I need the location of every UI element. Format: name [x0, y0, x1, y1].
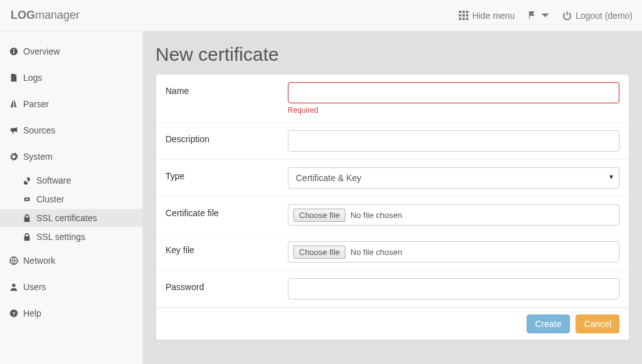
sidebar-item-label: Help: [23, 308, 41, 318]
brand-rest: manager: [35, 9, 80, 21]
label-type: Type: [166, 167, 288, 181]
sidebar-sub-ssl-settings[interactable]: SSL settings: [0, 228, 142, 246]
sidebar-item-label: System: [23, 152, 53, 162]
password-input[interactable]: [288, 278, 619, 299]
sidebar-item-label: Parser: [23, 99, 49, 109]
certfile-input[interactable]: Choose file No file chosen: [288, 204, 619, 226]
topbar: LOGmanager Hide menu Logout (demo): [0, 0, 642, 31]
type-select[interactable]: Certificate & Key: [288, 167, 619, 189]
keyfile-button[interactable]: Choose file: [293, 246, 345, 259]
topbar-right: Hide menu Logout (demo): [459, 11, 633, 21]
create-button[interactable]: Create: [527, 315, 569, 333]
row-certfile: Certificate file Choose file No file cho…: [156, 197, 629, 234]
lock-icon: [23, 232, 31, 241]
row-description: Description: [156, 123, 629, 160]
svg-rect-10: [13, 51, 14, 53]
label-description: Description: [166, 130, 288, 144]
svg-rect-0: [459, 11, 461, 13]
sidebar-item-network[interactable]: Network: [0, 249, 142, 272]
svg-rect-5: [466, 14, 468, 17]
user-icon: [9, 283, 18, 291]
keyfile-input[interactable]: Choose file No file chosen: [288, 241, 619, 263]
svg-rect-4: [463, 14, 465, 17]
link-icon: [23, 176, 31, 185]
sidebar-item-logs[interactable]: Logs: [0, 66, 142, 89]
question-icon: ?: [9, 309, 18, 318]
row-name: Name Required: [156, 75, 629, 123]
sidebar-sub-label: Cluster: [36, 194, 64, 204]
hide-menu-label: Hide menu: [472, 11, 515, 21]
info-icon: [9, 47, 18, 56]
label-password: Password: [166, 278, 288, 292]
svg-rect-8: [466, 18, 468, 20]
content: New certificate Name Required Descriptio…: [143, 31, 642, 364]
caret-down-icon: [540, 11, 550, 20]
sidebar-item-sources[interactable]: Sources: [0, 119, 142, 142]
svg-rect-2: [466, 11, 468, 13]
sidebar-item-help[interactable]: ? Help: [0, 302, 142, 325]
logout-label: Logout (demo): [576, 11, 633, 21]
sidebar-item-label: Logs: [23, 73, 42, 83]
keyfile-status: No file chosen: [350, 247, 402, 257]
name-error: Required: [288, 106, 619, 115]
lock-icon: [23, 214, 31, 222]
svg-text:?: ?: [12, 311, 15, 317]
flag-icon: [527, 11, 537, 20]
sidebar-sub-software[interactable]: Software: [0, 172, 142, 189]
brand: LOGmanager: [9, 9, 80, 22]
svg-point-11: [13, 49, 14, 50]
sidebar-item-label: Network: [23, 256, 55, 266]
sidebar-sub-cluster[interactable]: Cluster: [0, 190, 142, 208]
file-icon: [9, 73, 18, 82]
row-type: Type Certificate & Key: [156, 160, 629, 197]
label-name: Name: [166, 82, 288, 96]
grid-icon: [459, 11, 468, 20]
svg-point-13: [12, 284, 15, 287]
flag-dropdown[interactable]: [527, 11, 550, 20]
row-keyfile: Key file Choose file No file chosen: [156, 234, 629, 271]
row-password: Password: [156, 271, 629, 308]
sidebar-item-label: Overview: [23, 46, 60, 56]
road-icon: [9, 100, 18, 108]
power-icon: [562, 11, 572, 20]
form-panel: Name Required Description Type Certifica…: [155, 74, 629, 340]
brand-bold: LOG: [11, 9, 35, 21]
sidebar-item-parser[interactable]: Parser: [0, 93, 142, 115]
certfile-button[interactable]: Choose file: [293, 209, 345, 222]
cancel-button[interactable]: Cancel: [576, 315, 619, 333]
globe-icon: [9, 256, 18, 265]
sidebar: Overview Logs Parser Sources System Soft…: [0, 31, 143, 364]
sidebar-item-users[interactable]: Users: [0, 276, 142, 298]
page-title: New certificate: [155, 44, 629, 65]
gear-icon: [9, 152, 18, 161]
svg-rect-6: [459, 18, 461, 20]
bullhorn-icon: [9, 126, 18, 135]
label-certfile: Certificate file: [166, 204, 288, 218]
sidebar-sub-ssl-certificates[interactable]: SSL certificates: [0, 209, 142, 227]
sidebar-item-label: Sources: [23, 125, 55, 135]
label-keyfile: Key file: [166, 241, 288, 255]
sidebar-sub-label: SSL certificates: [36, 213, 97, 223]
svg-rect-7: [463, 18, 465, 20]
sidebar-sub-label: SSL settings: [36, 232, 85, 242]
sidebar-item-label: Users: [23, 282, 46, 292]
description-input[interactable]: [288, 130, 619, 152]
hide-menu-button[interactable]: Hide menu: [459, 11, 515, 21]
svg-rect-3: [459, 14, 461, 17]
name-input[interactable]: [288, 82, 619, 103]
panel-footer: Create Cancel: [156, 308, 629, 340]
sidebar-item-overview[interactable]: Overview: [0, 40, 142, 63]
retweet-icon: [23, 195, 31, 204]
logout-button[interactable]: Logout (demo): [562, 11, 633, 21]
svg-rect-1: [463, 11, 465, 13]
certfile-status: No file chosen: [350, 211, 402, 220]
sidebar-sub-label: Software: [36, 175, 71, 185]
sidebar-item-system[interactable]: System: [0, 145, 142, 168]
